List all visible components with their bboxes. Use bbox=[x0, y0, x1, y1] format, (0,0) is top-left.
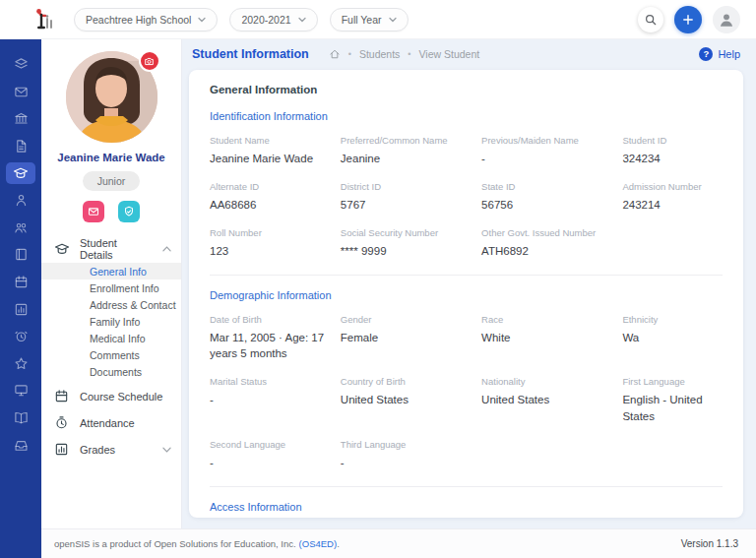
help-button[interactable]: ? Help bbox=[699, 47, 740, 61]
field-value: White bbox=[481, 330, 610, 345]
field-label: Marital Status bbox=[210, 376, 329, 387]
submenu-comments[interactable]: Comments bbox=[41, 346, 181, 363]
school-selector-value: Peachtree High School bbox=[86, 14, 191, 26]
sidebar-item-grades-admin[interactable] bbox=[0, 350, 41, 378]
breadcrumb-view-student[interactable]: View Student bbox=[419, 48, 480, 60]
submenu-address-contact[interactable]: Address & Contact bbox=[41, 296, 181, 313]
year-selector-value: 2020-2021 bbox=[241, 14, 290, 26]
field-student-id: Student ID324234 bbox=[622, 135, 723, 166]
menu-course-schedule[interactable]: Course Schedule bbox=[41, 383, 181, 409]
demographic-fields: Date of BirthMar 11, 2005 · Age: 17 year… bbox=[210, 314, 723, 484]
sidebar-item-staff[interactable] bbox=[0, 187, 41, 215]
field-label: Country of Birth bbox=[341, 376, 470, 387]
field-ssn: Social Security Number**** 9999 bbox=[341, 227, 481, 259]
chevron-down-icon bbox=[198, 17, 206, 23]
field-label: Student ID bbox=[622, 135, 711, 146]
graduation-cap-icon bbox=[6, 162, 35, 184]
field-label: State ID bbox=[481, 181, 610, 192]
add-button[interactable] bbox=[674, 6, 702, 33]
field-previous-name: Previous/Maiden Name- bbox=[481, 135, 622, 166]
page-header: Student Information • Students • View St… bbox=[182, 40, 756, 67]
school-selector-dropdown[interactable]: Peachtree High School bbox=[74, 8, 218, 31]
chevron-down-icon bbox=[298, 17, 306, 23]
field-preferred-name: Preferred/Common NameJeanine bbox=[341, 135, 481, 166]
field-value: Jeanine Marie Wade bbox=[210, 151, 329, 166]
menu-attendance[interactable]: Attendance bbox=[41, 409, 181, 436]
submenu-family-info[interactable]: Family Info bbox=[41, 313, 181, 330]
submenu-general-info[interactable]: General Info bbox=[41, 263, 181, 279]
search-button[interactable] bbox=[638, 7, 663, 32]
field-third-language: Third Language- bbox=[341, 439, 481, 470]
footer-text: openSIS is a product of Open Solutions f… bbox=[54, 538, 296, 549]
document-icon bbox=[6, 136, 35, 157]
field-marital-status: Marital Status- bbox=[210, 376, 341, 423]
topbar-actions bbox=[638, 6, 740, 33]
layers-icon bbox=[6, 54, 35, 76]
submenu-enrollment-info[interactable]: Enrollment Info bbox=[41, 279, 181, 296]
menu-grades[interactable]: Grades bbox=[41, 436, 181, 463]
email-student-button[interactable] bbox=[83, 201, 104, 222]
submenu-medical-info[interactable]: Medical Info bbox=[41, 330, 181, 346]
help-label: Help bbox=[718, 48, 740, 60]
change-photo-button[interactable] bbox=[139, 50, 160, 72]
field-label: Other Govt. Issued Number bbox=[481, 227, 610, 238]
footer-suffix: . bbox=[337, 538, 340, 549]
field-value: English - United States bbox=[622, 392, 711, 423]
user-profile-button[interactable] bbox=[713, 6, 740, 33]
person-icon bbox=[6, 190, 35, 212]
alarm-clock-icon bbox=[6, 326, 35, 347]
page-title: Student Information bbox=[192, 47, 309, 61]
submenu-documents[interactable]: Documents bbox=[41, 363, 181, 380]
field-value: 243214 bbox=[622, 197, 711, 213]
sidebar-item-assessment[interactable] bbox=[0, 377, 41, 404]
icon-sidebar bbox=[0, 39, 41, 558]
field-value: - bbox=[341, 455, 470, 470]
sidebar-item-students[interactable] bbox=[0, 159, 41, 187]
sidebar-item-parents[interactable] bbox=[0, 215, 41, 242]
menu-label: Student Details bbox=[80, 237, 153, 261]
open-book-icon bbox=[6, 407, 35, 429]
field-gender: GenderFemale bbox=[341, 314, 481, 361]
field-value: Wa bbox=[622, 330, 711, 345]
student-photo-wrap bbox=[66, 51, 158, 143]
home-icon[interactable] bbox=[329, 48, 341, 60]
field-label: Student Name bbox=[210, 135, 329, 146]
field-label: District ID bbox=[341, 181, 470, 192]
breadcrumb: • Students • View Student bbox=[329, 48, 479, 60]
sidebar-item-dashboard[interactable] bbox=[0, 51, 41, 79]
section-divider bbox=[210, 275, 723, 276]
year-selector-dropdown[interactable]: 2020-2021 bbox=[229, 8, 317, 31]
sidebar-item-school[interactable] bbox=[0, 105, 41, 133]
sidebar-item-scheduling[interactable] bbox=[0, 241, 41, 269]
breadcrumb-students[interactable]: Students bbox=[359, 48, 400, 60]
field-alternate-id: Alternate IDAA68686 bbox=[210, 181, 341, 213]
section-divider bbox=[210, 486, 723, 487]
field-value: United States bbox=[481, 392, 610, 407]
verified-status-button[interactable] bbox=[118, 201, 140, 222]
os4ed-link[interactable]: (OS4ED) bbox=[299, 538, 338, 549]
field-label: Third Language bbox=[341, 439, 470, 450]
sidebar-item-calendar[interactable] bbox=[0, 269, 41, 296]
notebook-icon bbox=[6, 244, 35, 266]
sidebar-item-tools[interactable] bbox=[0, 431, 41, 459]
identification-fields: Student NameJeanine Marie Wade Preferred… bbox=[210, 135, 723, 274]
field-roll-number: Roll Number123 bbox=[210, 227, 341, 259]
student-menu: Student Details General Info Enrollment … bbox=[41, 235, 181, 463]
field-value: United States bbox=[341, 392, 470, 407]
student-panel: Jeanine Marie Wade Junior Student Detail… bbox=[41, 39, 182, 528]
sidebar-item-forms[interactable] bbox=[0, 133, 41, 160]
sidebar-item-reports[interactable] bbox=[0, 295, 41, 323]
sidebar-item-library[interactable] bbox=[0, 404, 41, 432]
sidebar-item-attendance-admin[interactable] bbox=[0, 323, 41, 350]
student-name: Jeanine Marie Wade bbox=[41, 152, 181, 163]
field-label: Ethnicity bbox=[622, 314, 711, 325]
envelope-icon bbox=[6, 81, 35, 102]
term-selector-dropdown[interactable]: Full Year bbox=[330, 8, 409, 31]
section-demographic-title: Demographic Information bbox=[210, 289, 723, 301]
bar-chart-icon bbox=[6, 298, 35, 320]
chevron-up-icon bbox=[162, 246, 171, 252]
chevron-down-icon bbox=[162, 447, 171, 453]
menu-student-details[interactable]: Student Details bbox=[41, 235, 181, 262]
sidebar-item-messages[interactable] bbox=[0, 79, 41, 106]
field-value: - bbox=[210, 455, 329, 470]
